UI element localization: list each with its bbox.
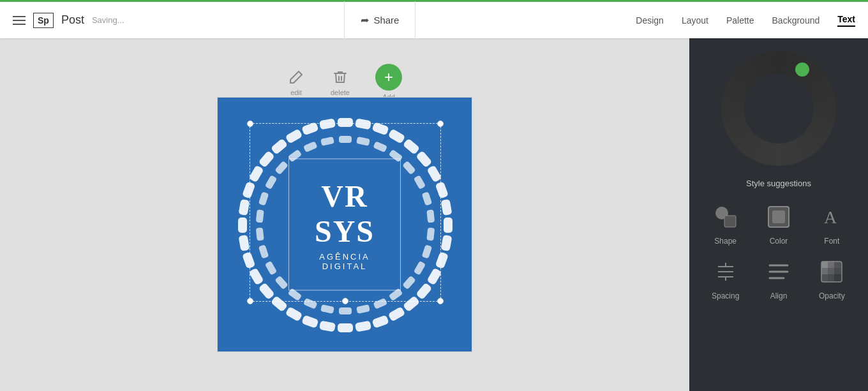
svg-rect-19 (319, 320, 336, 332)
image-toolbar: edit delete + Add (287, 64, 402, 101)
share-arrow-icon: ➦ (361, 14, 369, 26)
selection-box (250, 123, 441, 302)
topbar: Sp Post Saving... ➦ Share Design Layout … (0, 0, 868, 38)
handle-tr[interactable] (437, 121, 444, 127)
svg-text:A: A (824, 207, 837, 227)
color-selector-dot[interactable] (795, 63, 809, 77)
spacing-label: Spacing (712, 291, 739, 300)
handle-bc[interactable] (342, 298, 348, 304)
font-label: Font (824, 237, 839, 246)
svg-rect-85 (834, 268, 842, 274)
color-wheel-outer (721, 51, 836, 166)
add-button[interactable]: + (375, 64, 402, 91)
svg-rect-83 (821, 268, 828, 274)
style-font[interactable]: A Font (809, 201, 855, 246)
topbar-left: Sp Post Saving... (13, 13, 124, 28)
nav-text[interactable]: Text (837, 14, 855, 27)
svg-rect-84 (828, 268, 834, 274)
design-canvas[interactable]: // This won't run inside SVG; using stat… (217, 97, 472, 352)
svg-rect-52 (320, 304, 334, 314)
svg-rect-50 (356, 304, 370, 314)
style-opacity[interactable]: Opacity (809, 256, 855, 300)
app-name: Post (61, 13, 84, 27)
svg-rect-81 (828, 262, 834, 268)
trash-icon (331, 68, 349, 86)
edit-icon (287, 68, 305, 86)
svg-rect-28 (238, 199, 250, 216)
style-spacing[interactable]: Spacing (702, 256, 749, 300)
style-color[interactable]: Color (755, 201, 802, 246)
edit-label: edit (290, 89, 302, 96)
delete-label: delete (331, 89, 350, 96)
style-suggestions-label: Style suggestions (746, 179, 811, 188)
delete-tool[interactable]: delete (331, 68, 350, 96)
logo-letters: Sp (38, 15, 49, 26)
spacing-icon (710, 256, 742, 288)
edit-tool[interactable]: edit (287, 68, 305, 96)
svg-rect-69 (772, 210, 785, 223)
add-group: + Add (375, 64, 402, 101)
divider-right (415, 1, 415, 40)
svg-rect-51 (339, 307, 352, 314)
share-button[interactable]: ➦ Share (351, 14, 408, 26)
handle-bl[interactable] (247, 298, 253, 304)
nav-layout[interactable]: Layout (682, 15, 708, 26)
color-icon (763, 201, 795, 233)
hamburger-menu[interactable] (13, 16, 26, 25)
align-icon (763, 256, 795, 288)
handle-br[interactable] (437, 298, 444, 304)
svg-rect-10 (441, 234, 453, 251)
svg-rect-21 (285, 306, 303, 321)
shape-label: Shape (714, 237, 737, 246)
topbar-right: Design Layout Palette Background Text (636, 14, 855, 27)
divider-left (344, 1, 345, 40)
share-label: Share (373, 15, 399, 26)
svg-rect-17 (355, 320, 371, 332)
svg-rect-27 (238, 218, 247, 233)
main-area: edit delete + Add (0, 38, 868, 391)
svg-rect-86 (821, 274, 828, 282)
font-icon: A (816, 201, 848, 233)
opacity-label: Opacity (819, 291, 845, 300)
logo-box: Sp (33, 13, 54, 28)
canvas-area: edit delete + Add (0, 38, 689, 391)
logo-design: // This won't run inside SVG; using stat… (218, 98, 472, 351)
nav-palette[interactable]: Palette (726, 15, 754, 26)
svg-rect-15 (388, 306, 406, 321)
svg-rect-26 (238, 234, 250, 251)
align-label: Align (770, 291, 788, 300)
handle-tl[interactable] (247, 121, 253, 127)
shape-icon (710, 201, 742, 233)
saving-status: Saving... (92, 15, 124, 25)
style-align[interactable]: Align (755, 256, 802, 300)
topbar-center: ➦ Share (338, 1, 422, 40)
style-grid: Shape Color A Font (696, 201, 862, 300)
svg-rect-8 (441, 199, 453, 216)
svg-rect-18 (338, 323, 353, 332)
svg-rect-20 (301, 314, 318, 328)
opacity-icon (816, 256, 848, 288)
svg-rect-67 (724, 216, 736, 227)
svg-rect-87 (828, 274, 834, 282)
color-wheel-container[interactable] (721, 51, 836, 166)
style-shape[interactable]: Shape (702, 201, 749, 246)
svg-rect-80 (821, 262, 828, 268)
color-label: Color (770, 237, 788, 246)
right-panel: Style suggestions Shape (689, 38, 868, 391)
color-wheel-inner (744, 73, 814, 144)
nav-design[interactable]: Design (636, 15, 664, 26)
svg-rect-9 (444, 218, 453, 233)
nav-background[interactable]: Background (772, 15, 820, 26)
svg-rect-88 (834, 274, 842, 282)
svg-rect-82 (834, 262, 842, 268)
svg-rect-16 (371, 314, 389, 328)
